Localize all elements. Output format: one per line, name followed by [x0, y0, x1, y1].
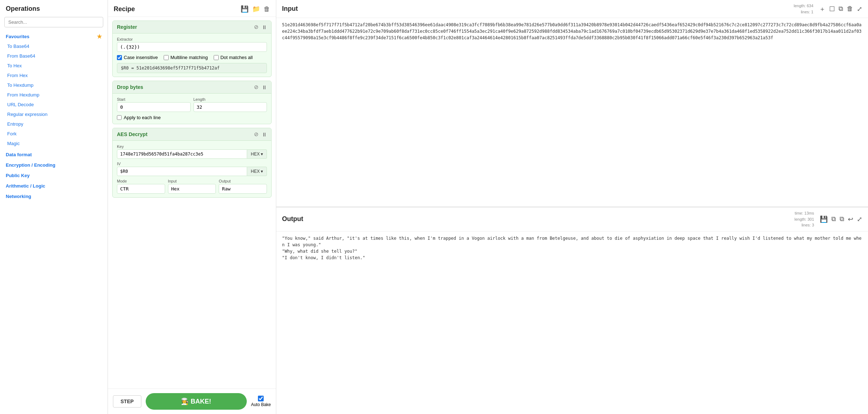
output-expand-icon[interactable]: ⤢ [857, 215, 862, 223]
drop-bytes-title: Drop bytes [117, 84, 143, 90]
drop-bytes-card: Drop bytes ⊘ ⏸ Start Length [112, 81, 272, 124]
category-data-format[interactable]: Data format [0, 148, 108, 159]
aes-output-input[interactable] [219, 184, 267, 194]
aes-controls: ⊘ ⏸ [254, 131, 267, 138]
recipe-content: Register ⊘ ⏸ Extractor Case insensitive [108, 17, 276, 388]
start-field: Start [117, 97, 191, 112]
start-input[interactable] [117, 102, 191, 112]
input-expand-icon[interactable]: ⤢ [857, 5, 862, 13]
aes-disable-icon[interactable]: ⊘ [254, 131, 259, 138]
multiline-label[interactable]: Multiline matching [164, 55, 208, 60]
length-field: Length [194, 97, 267, 112]
aes-decrypt-card: AES Decrypt ⊘ ⏸ Key HEX ▾ [112, 128, 272, 198]
output-undo-icon[interactable]: ↩ [848, 215, 853, 223]
nav-item-from-hex[interactable]: From Hex [0, 71, 108, 80]
nav-item-to-hexdump[interactable]: To Hexdump [0, 80, 108, 90]
register-result: $R0 = 51e201d463698ef5f717f71f5b4712af [117, 63, 267, 73]
output-window-icon[interactable]: ⧉ [840, 215, 844, 223]
input-window-icon[interactable]: ☐ [829, 5, 835, 13]
case-insensitive-checkbox[interactable] [117, 55, 122, 60]
output-content[interactable]: "You know," said Arthur, "it's at times … [276, 231, 868, 414]
input-add-icon[interactable]: ＋ [819, 5, 826, 13]
aes-input-label: Input [168, 179, 216, 183]
drop-bytes-pause-icon[interactable]: ⏸ [262, 84, 267, 90]
nav-item-regex[interactable]: Regular expression [0, 109, 108, 119]
bake-button[interactable]: 🧑‍🍳 BAKE! [146, 393, 247, 410]
key-label: Key [117, 144, 267, 149]
input-copy-icon[interactable]: ⧉ [839, 5, 843, 13]
delete-icon[interactable]: 🗑 [264, 5, 270, 13]
category-arithmetic-logic[interactable]: Arithmetic / Logic [0, 180, 108, 190]
mode-input[interactable] [117, 184, 165, 194]
output-copy-icon[interactable]: ⧉ [831, 215, 836, 223]
search-container [0, 15, 108, 30]
category-networking[interactable]: Networking [0, 190, 108, 201]
drop-bytes-fields: Start Length [117, 97, 267, 112]
nav-item-to-hex[interactable]: To Hex [0, 61, 108, 71]
right-panels: Input length: 634 lines: 1 ＋ ☐ ⧉ 🗑 ⤢ 51e… [276, 0, 868, 414]
register-controls: ⊘ ⏸ [254, 24, 267, 30]
register-card-header: Register ⊘ ⏸ [113, 21, 271, 33]
multiline-checkbox[interactable] [164, 55, 169, 60]
recipe-panel: Recipe 💾 📁 🗑 Register ⊘ ⏸ Extractor [108, 0, 276, 414]
auto-bake-checkbox[interactable] [258, 396, 264, 401]
drop-bytes-disable-icon[interactable]: ⊘ [254, 84, 259, 90]
register-body: Extractor Case insensitive Multiline mat… [113, 33, 271, 77]
aes-pause-icon[interactable]: ⏸ [262, 131, 267, 138]
input-panel-header: Input length: 634 lines: 1 ＋ ☐ ⧉ 🗑 ⤢ [276, 0, 868, 18]
favourites-header[interactable]: Favourites ★ [0, 30, 108, 41]
register-disable-icon[interactable]: ⊘ [254, 24, 259, 30]
length-label: Length [194, 97, 267, 102]
aes-input-input[interactable] [168, 184, 216, 194]
nav-item-from-base64[interactable]: From Base64 [0, 51, 108, 61]
recipe-header: Recipe 💾 📁 🗑 [108, 0, 276, 17]
extractor-input[interactable] [117, 42, 267, 52]
key-input[interactable] [117, 149, 247, 159]
iv-type-button[interactable]: HEX ▾ [247, 167, 267, 176]
input-trash-icon[interactable]: 🗑 [847, 5, 853, 13]
input-panel: Input length: 634 lines: 1 ＋ ☐ ⧉ 🗑 ⤢ 51e… [276, 0, 868, 207]
drop-bytes-controls: ⊘ ⏸ [254, 84, 267, 90]
nav-item-from-hexdump[interactable]: From Hexdump [0, 90, 108, 100]
register-pause-icon[interactable]: ⏸ [262, 24, 267, 30]
nav-item-url-decode[interactable]: URL Decode [0, 100, 108, 109]
extractor-field: Extractor [117, 37, 267, 52]
case-insensitive-label[interactable]: Case insensitive [117, 55, 158, 60]
apply-each-line-label[interactable]: Apply to each line [117, 115, 267, 120]
save-icon[interactable]: 💾 [241, 5, 249, 13]
output-save-icon[interactable]: 💾 [820, 215, 828, 223]
search-input[interactable] [4, 17, 103, 27]
nav-item-entropy[interactable]: Entropy [0, 119, 108, 129]
extractor-label: Extractor [117, 37, 267, 41]
iv-field: IV HEX ▾ [117, 162, 267, 176]
auto-bake-label: Auto Bake [251, 402, 271, 407]
key-field: Key HEX ▾ [117, 144, 267, 159]
nav-item-magic[interactable]: Magic [0, 139, 108, 148]
register-card: Register ⊘ ⏸ Extractor Case insensitive [112, 21, 272, 77]
apply-each-line-checkbox[interactable] [117, 115, 122, 120]
input-panel-icons: ＋ ☐ ⧉ 🗑 ⤢ [819, 5, 862, 13]
recipe-title: Recipe [114, 5, 135, 13]
input-meta: length: 634 lines: 1 [794, 3, 813, 15]
dot-matches-checkbox[interactable] [214, 55, 219, 60]
length-input[interactable] [194, 102, 267, 112]
category-encryption-encoding[interactable]: Encryption / Encoding [0, 159, 108, 169]
auto-bake-container: Auto Bake [251, 396, 271, 407]
dot-matches-label[interactable]: Dot matches all [214, 55, 253, 60]
iv-input[interactable] [117, 167, 247, 176]
category-public-key[interactable]: Public Key [0, 169, 108, 180]
nav-item-fork[interactable]: Fork [0, 129, 108, 139]
aes-output-field: Output [219, 179, 267, 194]
step-button[interactable]: STEP [113, 395, 141, 408]
drop-bytes-header: Drop bytes ⊘ ⏸ [113, 81, 271, 94]
output-meta: time: 13ms length: 301 lines: 3 [795, 210, 814, 228]
output-panel-icons: 💾 ⧉ ⧉ ↩ ⤢ [820, 215, 862, 223]
iv-chevron-icon: ▾ [261, 169, 263, 174]
nav-item-to-base64[interactable]: To Base64 [0, 41, 108, 51]
iv-label: IV [117, 162, 267, 166]
register-title: Register [117, 24, 137, 30]
folder-icon[interactable]: 📁 [252, 5, 260, 13]
input-content[interactable]: 51e201d463698ef5f717f71f5b4712af20be674b… [276, 18, 868, 207]
recipe-header-icons: 💾 📁 🗑 [241, 5, 270, 13]
key-type-button[interactable]: HEX ▾ [247, 149, 267, 159]
